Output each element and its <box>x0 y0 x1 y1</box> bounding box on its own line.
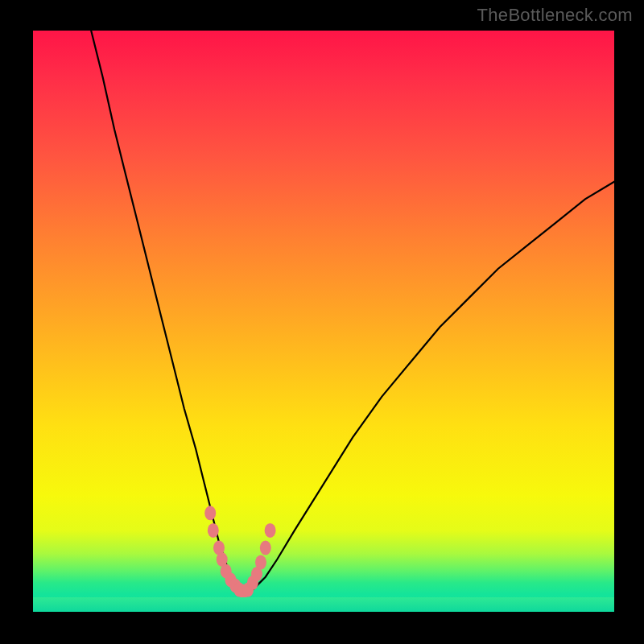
plot-area <box>33 31 614 612</box>
marker-dots-group <box>204 506 275 598</box>
marker-dot <box>260 541 271 555</box>
marker-dot <box>255 555 266 570</box>
marker-dot <box>208 523 219 538</box>
chart-frame: TheBottleneck.com <box>0 0 644 644</box>
bottleneck-curve-path <box>91 31 614 594</box>
green-baseline <box>33 597 614 612</box>
watermark-text: TheBottleneck.com <box>477 5 633 26</box>
curve-layer <box>33 31 614 612</box>
marker-dot <box>204 506 216 520</box>
marker-dot <box>265 523 276 538</box>
